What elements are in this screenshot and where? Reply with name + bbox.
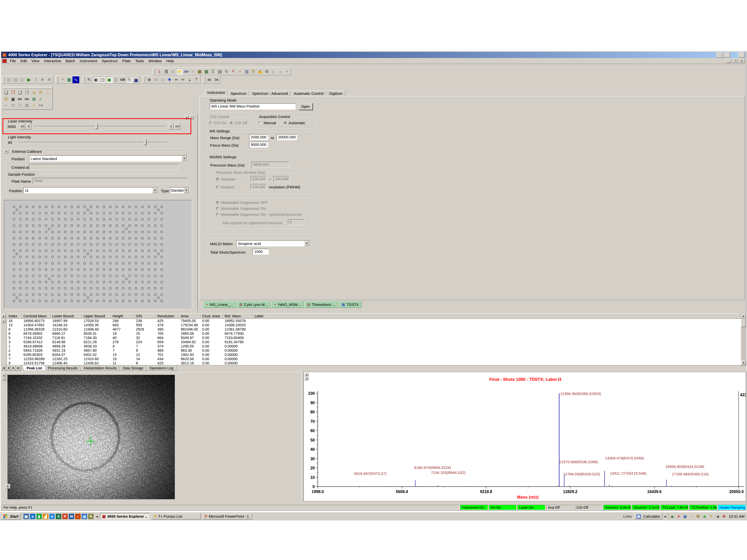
plate-well[interactable] [38, 218, 41, 220]
plate-well[interactable] [109, 269, 111, 270]
plate-well[interactable] [64, 224, 66, 226]
plate-well[interactable] [87, 253, 89, 255]
plate-well[interactable] [77, 281, 79, 283]
plate-well[interactable] [48, 228, 50, 230]
plate-well[interactable] [32, 275, 34, 277]
plate-well[interactable] [122, 212, 124, 214]
total-shots-field[interactable]: 1000 [253, 249, 269, 255]
plate-well[interactable] [161, 275, 162, 277]
trigger-acquisition-icon[interactable]: ⚡ [176, 68, 183, 75]
calibrant-position-select[interactable]: Latest Standard ▼ [29, 155, 187, 162]
plate-well[interactable] [71, 269, 73, 270]
export-plate-icon[interactable]: ⇱ [37, 89, 44, 96]
plate-well[interactable] [96, 269, 98, 270]
plate-well[interactable] [20, 281, 21, 283]
plate-well[interactable] [125, 228, 127, 230]
scrollbar-thumb[interactable] [741, 319, 746, 327]
plate-well[interactable] [116, 269, 118, 270]
plate-well[interactable] [161, 287, 162, 289]
plate-well[interactable] [16, 209, 18, 211]
table-row[interactable]: 14919.496584894.294938.33973741295.050.0… [7, 344, 741, 348]
plate-well[interactable] [135, 250, 137, 251]
zoom-in-icon[interactable]: ⊕ [146, 76, 153, 83]
paint-icon[interactable]: ✎ [88, 514, 94, 519]
plate-well[interactable] [154, 294, 156, 296]
plate-well[interactable] [161, 218, 162, 220]
plate-well[interactable] [20, 218, 21, 220]
plate-well[interactable] [13, 243, 15, 245]
plate-well[interactable] [109, 294, 111, 296]
plate-well[interactable] [13, 275, 15, 277]
timer-icon[interactable]: ◔ [59, 76, 66, 83]
plate-well[interactable] [90, 243, 92, 245]
plate-well[interactable] [109, 281, 111, 283]
menu-window[interactable]: Window [146, 58, 164, 64]
zoom-out-icon[interactable]: ⊖ [153, 76, 159, 83]
plate-well[interactable] [90, 250, 92, 251]
plate-well[interactable] [52, 287, 54, 289]
plate-well[interactable] [135, 281, 137, 283]
absolute-radio[interactable] [216, 178, 220, 181]
child-minimize-button[interactable]: _ [726, 58, 732, 63]
plate-well[interactable] [84, 224, 86, 226]
plate-well[interactable] [96, 206, 98, 208]
plate-well[interactable] [45, 256, 47, 258]
maximize-button[interactable]: ❐ [724, 52, 730, 58]
plate-well[interactable] [38, 275, 41, 277]
plate-well[interactable] [122, 256, 124, 258]
plate-well[interactable] [161, 294, 162, 296]
nvidia-icon[interactable]: ◉ [702, 513, 708, 519]
plate-well[interactable] [45, 237, 47, 239]
plate-well[interactable] [161, 262, 162, 264]
plate-well[interactable] [96, 287, 98, 289]
close-plate-icon[interactable]: ☒ [2, 96, 9, 102]
column-header-label[interactable]: Label [253, 313, 741, 319]
table-row[interactable]: 1314304.4785214248.3314355.3569355937817… [7, 323, 741, 327]
close-button[interactable]: ✕ [738, 52, 745, 58]
plate-well[interactable] [141, 206, 144, 208]
plate-well[interactable] [122, 237, 124, 239]
plate-well[interactable] [103, 243, 105, 245]
plate-well[interactable] [71, 287, 73, 289]
table-row[interactable]: 36180.974126148.886221.2827822465933464.… [7, 340, 741, 344]
plate-well[interactable] [135, 256, 137, 258]
plate-well[interactable] [116, 231, 118, 233]
plate-well[interactable] [154, 269, 156, 270]
plate-well[interactable] [87, 209, 89, 211]
menu-tools[interactable]: Tools [133, 58, 146, 64]
manual-radio[interactable] [259, 122, 262, 125]
plate-well[interactable] [45, 275, 47, 277]
plate-well[interactable] [13, 262, 15, 264]
plate-well[interactable] [116, 262, 118, 264]
plate-well[interactable] [116, 281, 118, 283]
plate-well[interactable] [96, 224, 98, 226]
camera-view-icon[interactable]: ▣ [93, 76, 99, 83]
baseline-down-icon[interactable]: ⇣ [186, 76, 193, 83]
plate-well[interactable] [122, 287, 124, 289]
chevron-down-icon[interactable]: ▼ [152, 188, 157, 193]
save-to-database-icon[interactable]: ▦ [196, 68, 203, 75]
metastable-on-radio[interactable] [216, 207, 220, 210]
plate-well[interactable] [45, 250, 47, 251]
plate-well[interactable] [64, 275, 66, 277]
plate-well[interactable] [16, 297, 18, 299]
chevron-down-icon[interactable]: ▼ [304, 241, 309, 246]
plate-well[interactable] [161, 231, 162, 233]
mass-cal-export-icon[interactable]: MA [17, 96, 23, 102]
ie2-icon[interactable]: e [49, 514, 55, 519]
table-row[interactable]: 57154.153327118.817184.3040326645049.970… [7, 336, 741, 340]
save-icon[interactable]: ▣ [9, 96, 17, 102]
plate-well[interactable] [26, 256, 28, 258]
plate-well[interactable] [154, 287, 156, 289]
apply-check-icon[interactable]: ✓ [37, 96, 44, 102]
plate-well[interactable] [161, 212, 162, 214]
context-help-icon[interactable]: ↖? [37, 102, 44, 109]
plate-well[interactable] [20, 287, 21, 289]
plate-well[interactable] [154, 281, 156, 283]
spectrum-pane[interactable]: ▲ ✕ Final - Shots 1000 - TDSTX; Label I3… [304, 372, 746, 501]
plate-well[interactable] [128, 269, 130, 270]
archive-plate-icon[interactable]: ⌂ [44, 89, 51, 96]
plate-well[interactable] [64, 269, 66, 270]
print-icon[interactable]: ⎙ [23, 102, 30, 109]
plate-well[interactable] [20, 212, 21, 214]
